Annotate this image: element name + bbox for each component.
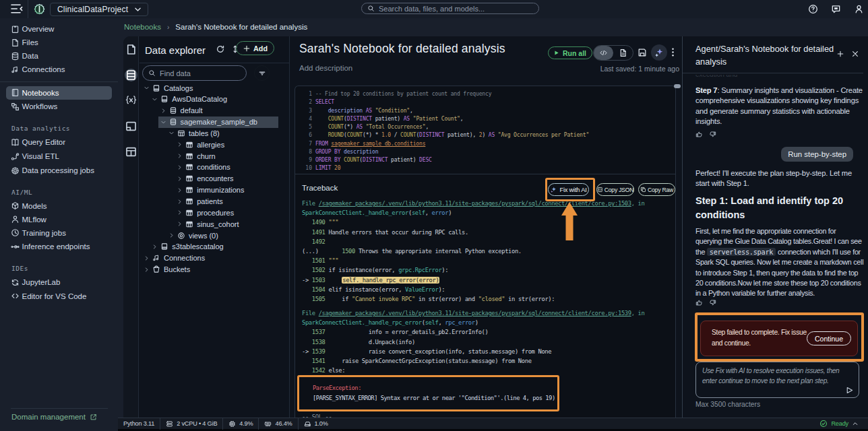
save-icon[interactable] [638, 48, 647, 57]
traceback-token: in str(error) and [415, 296, 478, 302]
tree-item-connections[interactable]: Connections [140, 253, 289, 264]
global-search-input[interactable]: Search data, files, and models... [361, 3, 539, 14]
more-menu-icon[interactable] [668, 47, 678, 57]
send-icon[interactable] [845, 385, 854, 394]
sidebar-item-data[interactable]: Data [0, 49, 118, 63]
close-panel-icon[interactable] [851, 48, 859, 57]
fix-with-ai-button[interactable]: Fix with AI [548, 183, 589, 196]
sidebar-item-editor-for-vs-code[interactable]: Editor for VS Code [0, 290, 118, 303]
chevron-right-icon[interactable] [177, 209, 183, 216]
status-2-vcpu-4-gib[interactable]: 2 vCPU • 4 GiB [160, 418, 222, 430]
tree-item-views-0-[interactable]: views (0) [140, 230, 289, 241]
chevron-down-icon[interactable] [144, 85, 150, 91]
chevron-right-icon[interactable] [177, 221, 183, 227]
continue-button[interactable]: Continue [807, 331, 851, 345]
tree-item-conditions[interactable]: conditions [140, 162, 289, 173]
domain-management-link[interactable]: Domain management [11, 413, 97, 421]
chevron-right-icon[interactable] [177, 187, 183, 193]
code-line: 10LIMIT 20 [295, 164, 589, 172]
tree-item-sinus-cohort[interactable]: sinus_cohort [140, 218, 289, 230]
copy-raw-button[interactable]: Copy Raw [638, 183, 675, 196]
tree-item-encounters[interactable]: encounters [140, 173, 289, 185]
sidebar-item-inference-endpoints[interactable]: Inference endpoints [0, 240, 118, 253]
user-icon[interactable] [854, 4, 864, 14]
code-line: 5 COUNT(*) AS "Total Occurrences", [295, 123, 589, 131]
kernel-status[interactable]: Ready [819, 420, 868, 428]
rail-data-icon[interactable] [125, 69, 137, 81]
copy-json-button[interactable]: Copy JSON [596, 183, 634, 196]
sidebar-item-training-jobs[interactable]: Training jobs [0, 226, 118, 240]
sidebar-item-data-processing-jobs[interactable]: Data processing jobs [0, 164, 118, 177]
ai-assistant-button[interactable] [651, 44, 667, 61]
chevron-right-icon[interactable] [177, 164, 183, 170]
chevron-right-icon[interactable] [177, 176, 183, 182]
project-selector[interactable]: ClinicalDataProject [50, 3, 148, 16]
rail-outputs-icon[interactable] [125, 120, 137, 133]
filter-button[interactable] [254, 65, 270, 81]
sidebar-item-connections[interactable]: Connections [0, 63, 118, 76]
tree-item-procedures[interactable]: procedures [140, 207, 289, 218]
chevron-right-icon[interactable] [160, 108, 166, 114]
sidebar-item-visual-etl[interactable]: Visual ETL [0, 150, 118, 163]
rail-files-icon[interactable] [125, 43, 137, 56]
add-button[interactable]: Add [236, 41, 274, 55]
sidebar-item-query-editor[interactable]: Query Editor [0, 135, 118, 149]
status-python-3-11[interactable]: Python 3.11 [118, 418, 160, 430]
tree-item-catalogs[interactable]: Catalogs [140, 82, 289, 94]
chevron-down-icon[interactable] [168, 130, 175, 136]
new-chat-icon[interactable] [836, 48, 844, 57]
chevron-right-icon[interactable] [177, 141, 183, 147]
chevron-right-icon[interactable] [168, 232, 175, 238]
breadcrumb-link[interactable]: Notebooks [124, 23, 161, 31]
help-icon[interactable] [808, 4, 818, 14]
tree-item-allergies[interactable]: allergies [140, 139, 289, 150]
chevron-right-icon[interactable] [152, 244, 158, 250]
doc-view-toggle[interactable] [613, 46, 633, 60]
thumbs-down-icon[interactable] [709, 299, 716, 306]
chevron-right-icon[interactable] [177, 153, 183, 159]
find-data-input[interactable]: Find data [142, 65, 247, 81]
notebook-description[interactable]: Add description [299, 64, 352, 72]
chevron-right-icon[interactable] [177, 199, 183, 205]
rail-tables-icon[interactable] [125, 145, 137, 158]
status-46-4-[interactable]: 46.4% [259, 418, 297, 430]
sidebar-item-notebooks[interactable]: Notebooks [6, 86, 112, 100]
thumbs-up-icon[interactable] [695, 299, 703, 306]
rail-variables-icon[interactable] [125, 94, 137, 107]
tree-item-s3tablescatalog[interactable]: s3tablescatalog [140, 241, 289, 253]
chevron-right-icon[interactable] [144, 255, 150, 261]
code-cell[interactable]: 1-- Find top 20 conditions by patient co… [294, 86, 676, 174]
status-1-0-[interactable]: 1.0% [299, 418, 334, 430]
tree-item-churn[interactable]: churn [140, 150, 289, 162]
sidebar-item-files[interactable]: Files [0, 36, 118, 49]
thumbs-up-icon[interactable] [695, 131, 703, 138]
catalog-icon [152, 84, 160, 92]
code-view-toggle[interactable] [594, 46, 613, 60]
sidebar-item-overview[interactable]: Overview [0, 22, 118, 36]
status-4-9-[interactable]: 4.9% [223, 418, 258, 430]
tree-item-awsdatacatalog[interactable]: AwsDataCatalog [140, 94, 289, 105]
sidebar-item-mlflow[interactable]: MLflow [0, 213, 118, 226]
chevron-down-icon[interactable] [152, 96, 158, 102]
sidebar-item-label: Overview [22, 25, 55, 33]
sidebar-item-workflows[interactable]: Workflows [0, 100, 118, 113]
tree-item-default[interactable]: default [140, 105, 289, 117]
agent-chat-input[interactable]: Use Fix with AI to resolve execution iss… [695, 362, 859, 398]
tree-item-patients[interactable]: patients [140, 196, 289, 207]
feedback-icon[interactable] [831, 4, 841, 14]
run-all-button[interactable]: Run all [548, 46, 592, 59]
refresh-icon[interactable] [216, 44, 225, 54]
chevron-right-icon[interactable] [144, 267, 150, 273]
tree-item-tables-8-[interactable]: tables (8) [140, 127, 289, 139]
notebook-scrollbar-thumb[interactable] [674, 84, 681, 88]
chevron-down-icon[interactable] [160, 119, 166, 125]
traceback-token: Throws the appropriate internal Python e… [355, 248, 522, 255]
sidebar-item-jupyterlab[interactable]: JupyterLab [0, 275, 118, 289]
tree-item-immunizations[interactable]: immunizations [140, 185, 289, 196]
code-token: LIMIT [315, 165, 331, 171]
tree-item-buckets[interactable]: Buckets [140, 264, 289, 275]
sidebar-item-models[interactable]: Models [0, 199, 118, 213]
thumbs-down-icon[interactable] [709, 131, 716, 138]
collapse-sidebar-icon[interactable] [11, 4, 23, 13]
tree-item-sagemaker-sample-db[interactable]: sagemaker_sample_db [158, 117, 278, 128]
